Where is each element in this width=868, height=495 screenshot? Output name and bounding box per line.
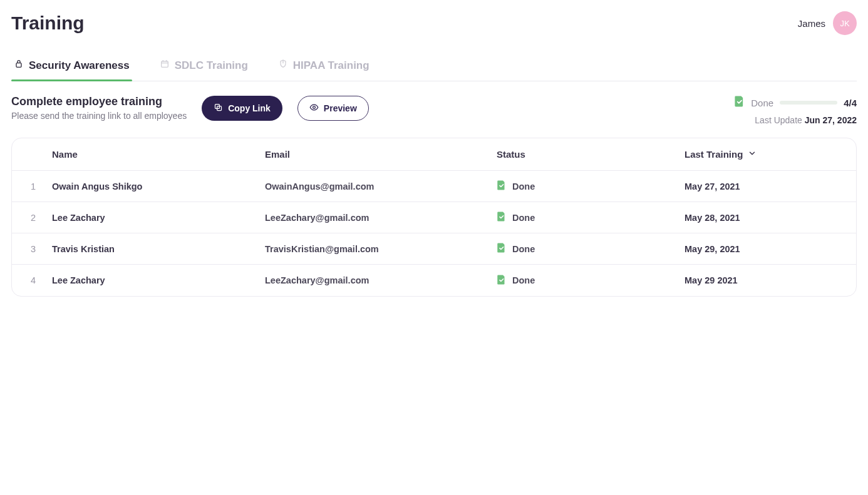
chevron-down-icon xyxy=(748,149,757,160)
row-last-training: May 29, 2021 xyxy=(685,244,854,254)
row-last-training: May 27, 2021 xyxy=(685,181,854,191)
done-check-icon xyxy=(497,242,506,255)
row-index: 3 xyxy=(14,244,52,254)
sdlc-training-icon xyxy=(160,59,170,72)
subheader-left: Complete employee training Please send t… xyxy=(11,95,369,121)
row-index: 2 xyxy=(14,213,52,223)
row-status-label: Done xyxy=(512,213,535,223)
row-email: TravisKristian@gmail.com xyxy=(265,244,497,254)
section-title: Complete employee training xyxy=(11,95,187,108)
done-check-icon xyxy=(497,211,506,224)
row-status: Done xyxy=(497,242,685,255)
row-status-label: Done xyxy=(512,244,535,254)
svg-rect-1 xyxy=(161,61,168,67)
row-name: Lee Zachary xyxy=(52,275,265,285)
row-status: Done xyxy=(497,211,685,224)
tab-label: HIPAA Training xyxy=(293,59,369,72)
preview-button[interactable]: Preview xyxy=(297,96,369,121)
page-title: Training xyxy=(11,13,85,34)
done-label: Done xyxy=(751,98,773,108)
row-email: OwainAngus@gmail.com xyxy=(265,181,497,191)
tab-sdlc-training[interactable]: SDLC Training xyxy=(157,53,251,81)
hipaa-training-icon xyxy=(278,59,288,72)
col-status-header: Status xyxy=(497,149,685,160)
page-header: Training James JK xyxy=(11,11,857,35)
row-status: Done xyxy=(497,274,685,287)
row-last-training: May 28, 2021 xyxy=(685,213,854,223)
eye-icon xyxy=(309,103,319,114)
done-summary: Done 4/4 xyxy=(734,95,857,110)
security-awareness-icon xyxy=(14,59,24,72)
done-check-icon xyxy=(497,180,506,193)
table-row[interactable]: 2 Lee Zachary LeeZachary@gmail.com Done … xyxy=(12,202,856,233)
col-name-header: Name xyxy=(52,149,265,160)
copy-icon xyxy=(214,103,223,114)
tab-security-awareness[interactable]: Security Awareness xyxy=(11,53,132,81)
row-status: Done xyxy=(497,180,685,193)
row-email: LeeZachary@gmail.com xyxy=(265,213,497,223)
last-update-label: Last Update xyxy=(755,115,802,125)
row-last-training: May 29 2021 xyxy=(685,275,854,285)
preview-label: Preview xyxy=(324,103,357,113)
table-row[interactable]: 3 Travis Kristian TravisKristian@gmail.c… xyxy=(12,233,856,265)
copy-link-label: Copy Link xyxy=(228,103,271,113)
row-name: Owain Angus Shikgo xyxy=(52,181,265,191)
progress-count: 4/4 xyxy=(844,98,857,108)
row-status-label: Done xyxy=(512,275,535,285)
done-check-icon xyxy=(734,95,745,110)
user-menu[interactable]: James JK xyxy=(798,11,857,35)
progress-bar-track xyxy=(780,101,837,105)
done-check-icon xyxy=(497,274,506,287)
subheader-right: Done 4/4 Last Update Jun 27, 2022 xyxy=(734,95,857,125)
row-name: Travis Kristian xyxy=(52,244,265,254)
user-name: James xyxy=(798,18,825,29)
row-index: 1 xyxy=(14,181,52,191)
last-update: Last Update Jun 27, 2022 xyxy=(734,115,857,125)
copy-link-button[interactable]: Copy Link xyxy=(202,96,282,121)
col-last-training-header[interactable]: Last Training xyxy=(685,149,854,160)
row-name: Lee Zachary xyxy=(52,213,265,223)
tab-label: SDLC Training xyxy=(175,59,248,72)
row-status-label: Done xyxy=(512,181,535,191)
avatar: JK xyxy=(833,11,857,35)
table-row[interactable]: 4 Lee Zachary LeeZachary@gmail.com Done … xyxy=(12,265,856,296)
table-row[interactable]: 1 Owain Angus Shikgo OwainAngus@gmail.co… xyxy=(12,171,856,202)
training-tabs: Security Awareness SDLC Training HIPAA T… xyxy=(11,53,857,81)
col-last-training-label: Last Training xyxy=(685,149,743,160)
row-email: LeeZachary@gmail.com xyxy=(265,275,497,285)
tab-label: Security Awareness xyxy=(29,59,130,72)
svg-point-4 xyxy=(313,106,315,108)
col-email-header: Email xyxy=(265,149,497,160)
section-subtitle: Please send the training link to all emp… xyxy=(11,111,187,121)
tab-hipaa-training[interactable]: HIPAA Training xyxy=(276,53,372,81)
subheader-text: Complete employee training Please send t… xyxy=(11,95,187,121)
svg-rect-0 xyxy=(16,63,21,68)
last-update-value: Jun 27, 2022 xyxy=(805,115,857,125)
table-header: Name Email Status Last Training xyxy=(12,138,856,171)
row-index: 4 xyxy=(14,275,52,285)
subheader: Complete employee training Please send t… xyxy=(11,95,857,125)
employee-training-table: Name Email Status Last Training 1 Owain … xyxy=(11,138,857,297)
